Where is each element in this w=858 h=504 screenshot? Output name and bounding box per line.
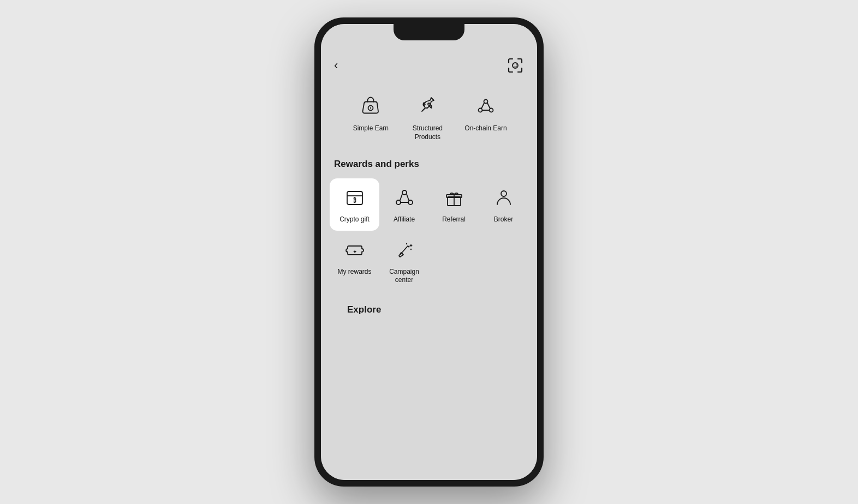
- my-rewards-label: My rewards: [337, 268, 371, 277]
- phone-screen: ‹: [321, 24, 537, 480]
- earn-section: Simple Earn StructuredProducts: [321, 83, 537, 159]
- structured-products-icon: [413, 92, 442, 120]
- svg-text:✦: ✦: [353, 249, 357, 255]
- campaign-center-label: Campaigncenter: [389, 268, 419, 285]
- broker-label: Broker: [494, 215, 513, 224]
- crypto-gift-item[interactable]: ₿ Crypto gift: [330, 178, 379, 231]
- svg-point-16: [396, 200, 401, 205]
- svg-line-10: [487, 103, 490, 109]
- phone-frame: ‹: [314, 17, 544, 487]
- svg-point-4: [370, 107, 371, 109]
- svg-point-1: [514, 64, 515, 65]
- rewards-grid-row2: ✦ My rewards: [321, 231, 537, 291]
- referral-item[interactable]: Referral: [429, 178, 479, 231]
- my-rewards-item[interactable]: ✦ My rewards: [330, 231, 379, 291]
- phone-notch: [394, 24, 464, 40]
- broker-icon: [491, 185, 517, 211]
- referral-icon: [441, 185, 467, 211]
- svg-point-15: [402, 190, 407, 195]
- my-rewards-icon: ✦: [342, 237, 368, 263]
- scan-button[interactable]: [507, 57, 524, 74]
- explore-section-title: Explore: [334, 304, 524, 324]
- campaign-center-item[interactable]: Campaigncenter: [379, 231, 429, 291]
- svg-point-17: [408, 200, 413, 205]
- svg-line-19: [407, 194, 409, 200]
- svg-point-0: [513, 63, 518, 68]
- explore-section: Explore: [321, 291, 537, 324]
- svg-point-27: [410, 249, 411, 250]
- simple-earn-icon: [356, 92, 385, 120]
- affiliate-label: Affiliate: [394, 215, 415, 224]
- back-button[interactable]: ‹: [334, 59, 338, 71]
- header-bar: ‹: [321, 50, 537, 83]
- structured-products-item[interactable]: StructuredProducts: [408, 92, 447, 141]
- svg-point-26: [408, 245, 409, 247]
- svg-text:₿: ₿: [353, 197, 356, 203]
- onchain-earn-label: On-chain Earn: [464, 124, 507, 133]
- referral-label: Referral: [442, 215, 466, 224]
- svg-line-18: [400, 194, 402, 200]
- svg-point-5: [428, 103, 430, 105]
- simple-earn-item[interactable]: Simple Earn: [351, 92, 390, 141]
- screen-content: ‹: [321, 24, 537, 480]
- onchain-earn-item[interactable]: On-chain Earn: [464, 92, 507, 141]
- affiliate-item[interactable]: Affiliate: [379, 178, 429, 231]
- simple-earn-label: Simple Earn: [353, 124, 389, 133]
- svg-point-24: [501, 191, 507, 196]
- structured-products-label: StructuredProducts: [413, 124, 443, 141]
- scan-icon: [507, 57, 524, 74]
- onchain-earn-icon: [472, 92, 500, 120]
- svg-point-28: [406, 243, 407, 244]
- broker-item[interactable]: Broker: [479, 178, 528, 231]
- crypto-gift-label: Crypto gift: [339, 215, 370, 224]
- svg-line-9: [481, 103, 484, 109]
- crypto-gift-icon: ₿: [342, 185, 368, 211]
- rewards-section-title: Rewards and perks: [321, 159, 537, 178]
- rewards-grid-row1: ₿ Crypto gift: [321, 178, 537, 231]
- campaign-center-icon: [391, 237, 418, 263]
- affiliate-icon: [391, 185, 418, 211]
- svg-point-2: [516, 64, 517, 65]
